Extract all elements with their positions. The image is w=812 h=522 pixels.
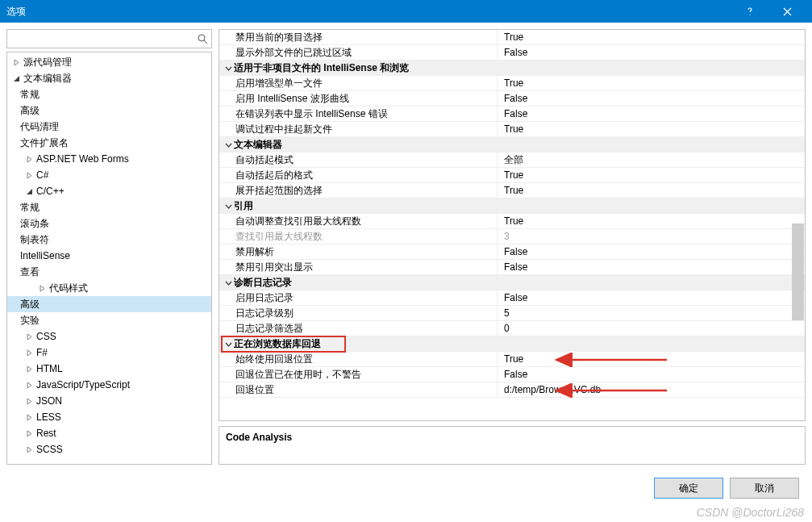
property-value[interactable]: False [498,261,805,273]
chevron-down-icon[interactable] [10,73,22,84]
property-row[interactable]: 启用日志记录False [219,290,805,306]
chevron-right-icon[interactable] [23,444,35,455]
tree-item[interactable]: C/C++ [7,183,211,199]
property-row[interactable]: 禁用解析False [219,244,805,260]
chevron-right-icon[interactable] [23,169,35,181]
chevron-down-icon[interactable] [223,65,234,72]
search-input[interactable] [10,33,197,44]
property-row[interactable]: 自动调整查找引用最大线程数True [219,214,805,229]
chevron-right-icon[interactable] [23,331,35,342]
tree-item[interactable]: JavaScript/TypeScript [7,377,211,393]
category-tree[interactable]: 源代码管理文本编辑器常规高级代码清理文件扩展名ASP.NET Web Forms… [6,52,212,465]
chevron-right-icon[interactable] [23,153,35,165]
property-value[interactable]: True [498,169,805,181]
property-row[interactable]: 展开括起范围的选择True [219,183,805,198]
property-row[interactable]: 查找引用最大线程数3 [219,229,805,244]
property-value[interactable]: False [498,246,805,257]
tree-item[interactable]: 制表符 [7,232,211,248]
close-button[interactable] [768,0,806,23]
tree-item[interactable]: 代码样式 [7,280,211,296]
property-row[interactable]: 调试过程中挂起新文件True [219,122,805,137]
tree-item[interactable]: 高级 [7,102,211,119]
chevron-right-icon[interactable] [23,363,35,374]
tree-item-label: 代码清理 [19,120,59,134]
tree-item[interactable]: 常规 [7,86,211,102]
property-row[interactable]: 启用增强型单一文件True [219,76,805,91]
property-value[interactable]: 0 [498,323,805,334]
property-value[interactable]: False [498,47,805,58]
property-value[interactable]: 全部 [498,153,805,167]
ok-button[interactable]: 确定 [654,478,723,499]
property-category[interactable]: 文本编辑器 [219,137,805,152]
property-row[interactable]: 日志记录级别5 [219,306,805,321]
tree-item[interactable]: CSS [7,328,211,345]
property-value[interactable]: False [498,93,805,104]
chevron-down-icon[interactable] [223,141,234,148]
property-row[interactable]: 显示外部文件的已跳过区域False [219,45,805,61]
property-row[interactable]: 禁用引用突出显示False [219,260,805,275]
tree-item[interactable]: JSON [7,393,211,409]
tree-item[interactable]: 文本编辑器 [7,70,211,86]
tree-item[interactable]: F# [7,345,211,361]
tree-item[interactable]: 滚动条 [7,215,211,232]
chevron-right-icon[interactable] [23,395,35,407]
chevron-right-icon[interactable] [23,428,35,439]
tree-item[interactable]: 高级 [7,296,211,312]
tree-item[interactable]: LESS [7,409,211,425]
property-value[interactable]: True [498,185,805,196]
property-row[interactable]: 在错误列表中显示 IntelliSense 错误False [219,106,805,122]
tree-item[interactable]: ASP.NET Web Forms [7,151,211,167]
chevron-right-icon[interactable] [23,379,35,390]
tree-item[interactable]: IntelliSense [7,248,211,264]
chevron-right-icon[interactable] [23,347,35,358]
property-value[interactable]: 5 [498,307,805,319]
dialog-content: 源代码管理文本编辑器常规高级代码清理文件扩展名ASP.NET Web Forms… [0,23,812,471]
property-grid[interactable]: 禁用当前的项目选择True显示外部文件的已跳过区域False适用于非项目文件的 … [219,29,806,421]
chevron-down-icon[interactable] [223,340,234,348]
tree-item[interactable]: C# [7,167,211,183]
property-key: 调试过程中挂起新文件 [223,123,332,136]
chevron-right-icon[interactable] [36,282,48,294]
tree-item[interactable]: SCSS [7,441,211,457]
chevron-right-icon[interactable] [10,56,22,68]
property-value[interactable]: False [498,292,805,303]
tree-item[interactable]: 文件扩展名 [7,135,211,151]
property-row[interactable]: 回退位置d:/temp/Browse.VC.db [219,382,805,398]
scrollbar-thumb[interactable] [792,223,804,320]
property-category[interactable]: 诊断日志记录 [219,275,805,290]
help-button[interactable] [731,0,768,23]
property-category[interactable]: 引用 [219,198,805,214]
property-value[interactable]: 3 [498,231,805,242]
tree-item[interactable]: 代码清理 [7,119,211,135]
property-value[interactable]: True [498,31,805,43]
property-row[interactable]: 启用 IntelliSense 波形曲线False [219,91,805,106]
chevron-down-icon[interactable] [223,203,234,210]
property-row[interactable]: 自动括起模式全部 [219,152,805,168]
property-row[interactable]: 禁用当前的项目选择True [219,30,805,45]
property-row[interactable]: 日志记录筛选器0 [219,321,805,336]
property-row[interactable]: 回退位置已在使用时，不警告False [219,367,805,382]
property-value[interactable]: True [498,353,805,365]
property-category[interactable]: 适用于非项目文件的 IntelliSense 和浏览 [219,61,805,76]
tree-item[interactable]: 常规 [7,199,211,215]
chevron-down-icon[interactable] [23,186,35,197]
property-category[interactable]: 正在浏览数据库回退 [219,336,805,352]
tree-item[interactable]: HTML [7,361,211,377]
cancel-button[interactable]: 取消 [730,478,799,499]
search-box[interactable] [6,29,212,48]
property-row[interactable]: 自动括起后的格式True [219,168,805,183]
chevron-right-icon[interactable] [23,411,35,423]
property-value[interactable]: False [498,369,805,380]
property-row[interactable]: 始终使用回退位置True [219,352,805,367]
property-key: 自动调整查找引用最大线程数 [223,215,361,228]
property-value[interactable]: d:/temp/Browse.VC.db [498,384,805,395]
chevron-down-icon[interactable] [223,279,234,286]
tree-item[interactable]: 实验 [7,312,211,328]
property-value[interactable]: True [498,77,805,89]
property-value[interactable]: True [498,123,805,135]
property-value[interactable]: False [498,108,805,119]
property-value[interactable]: True [498,215,805,227]
tree-item[interactable]: 查看 [7,264,211,280]
tree-item[interactable]: 源代码管理 [7,54,211,70]
tree-item[interactable]: Rest [7,425,211,441]
